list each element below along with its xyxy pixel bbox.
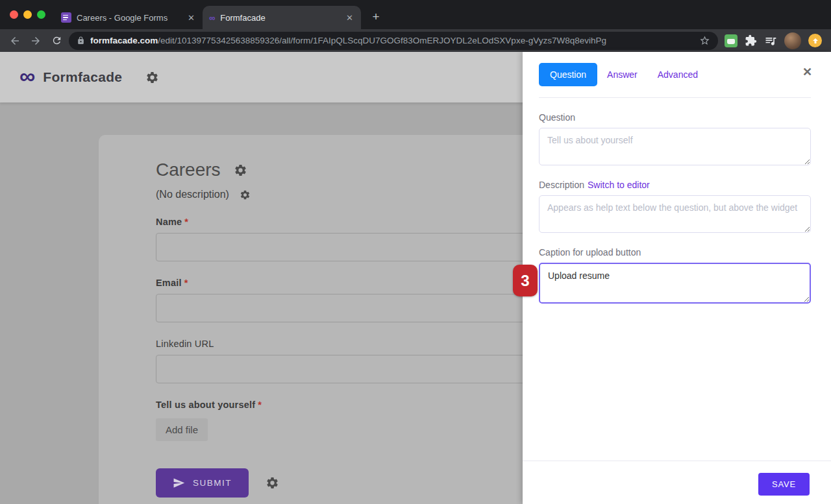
panel-footer: SAVE (523, 461, 831, 504)
question-label: Question (539, 112, 811, 123)
minimize-window-icon[interactable] (23, 10, 32, 19)
required-asterisk: * (258, 400, 262, 410)
extension-icon[interactable] (725, 34, 738, 47)
formfacade-favicon-icon: ∞ (209, 13, 215, 23)
form-description: (No description) (156, 189, 229, 200)
caption-label: Caption for upload button (539, 247, 811, 258)
bookmark-star-icon[interactable] (699, 35, 710, 46)
browser-update-icon[interactable] (808, 34, 822, 47)
tab-title: Careers - Google Forms (77, 13, 181, 23)
add-file-button[interactable]: Add file (156, 418, 208, 441)
field-label-text: Linkedin URL (156, 339, 214, 349)
required-asterisk: * (184, 278, 188, 288)
extensions-puzzle-icon[interactable] (745, 34, 757, 47)
tab-formfacade[interactable]: ∞ Formfacade ✕ (203, 6, 361, 29)
profile-avatar[interactable] (784, 32, 801, 49)
submit-settings-gear-icon[interactable] (266, 476, 279, 490)
required-asterisk: * (184, 217, 188, 227)
email-input[interactable] (156, 294, 552, 322)
tab-advanced[interactable]: Advanced (658, 69, 698, 80)
forward-button[interactable] (27, 32, 44, 49)
question-editor-panel: Question Answer Advanced ✕ Question Desc… (523, 52, 831, 504)
header-settings-gear-icon[interactable] (145, 71, 159, 84)
back-arrow-icon (9, 35, 21, 47)
formfacade-logo-icon: ∞ (19, 65, 35, 87)
send-icon (173, 477, 185, 489)
submit-button[interactable]: SUBMIT (156, 468, 249, 498)
caption-textarea[interactable]: Upload resume (539, 263, 811, 304)
close-tab-icon[interactable]: ✕ (345, 13, 354, 23)
panel-tabs: Question Answer Advanced ✕ (539, 52, 811, 86)
new-tab-button[interactable]: + (367, 8, 384, 25)
zoom-window-icon[interactable] (37, 10, 45, 19)
url-path: /edit/101397753425638859326/all/form/1FA… (158, 36, 606, 45)
description-label: Description (539, 180, 584, 190)
panel-content: Question Answer Advanced ✕ Question Desc… (523, 52, 831, 304)
field-label-text: Tell us about yourself (156, 400, 255, 410)
field-label-text: Email (156, 278, 182, 288)
tab-answer[interactable]: Answer (607, 69, 638, 80)
toolbar-extensions-area (722, 32, 825, 49)
close-panel-icon[interactable]: ✕ (802, 65, 812, 79)
submit-label: SUBMIT (193, 478, 232, 488)
browser-window: Careers - Google Forms ✕ ∞ Formfacade ✕ … (0, 0, 831, 504)
tab-question[interactable]: Question (539, 63, 597, 86)
name-input[interactable] (156, 233, 552, 261)
save-button[interactable]: SAVE (758, 473, 810, 496)
description-settings-gear-icon[interactable] (240, 189, 251, 200)
google-forms-icon (61, 12, 71, 23)
close-window-icon[interactable] (10, 10, 18, 19)
url-domain: formfacade.com (90, 36, 158, 45)
tab-title: Formfacade (220, 13, 340, 23)
lock-icon (77, 36, 85, 45)
description-label-row: DescriptionSwitch to editor (539, 180, 811, 190)
close-tab-icon[interactable]: ✕ (186, 13, 196, 23)
back-button[interactable] (6, 32, 23, 49)
divider (539, 97, 811, 98)
forward-arrow-icon (30, 35, 42, 47)
question-textarea[interactable] (539, 128, 811, 165)
browser-toolbar: formfacade.com/edit/10139775342563885932… (0, 29, 831, 52)
title-settings-gear-icon[interactable] (234, 163, 247, 177)
switch-to-editor-link[interactable]: Switch to editor (588, 180, 650, 190)
browser-tab-bar: Careers - Google Forms ✕ ∞ Formfacade ✕ … (0, 0, 831, 29)
description-textarea[interactable] (539, 195, 811, 233)
step-badge: 3 (513, 265, 538, 296)
form-title: Careers (156, 160, 221, 180)
url-text: formfacade.com/edit/10139775342563885932… (90, 36, 694, 45)
brand-name: Formfacade (43, 69, 122, 85)
field-label-text: Name (156, 217, 182, 227)
reload-button[interactable] (48, 32, 65, 49)
window-controls (10, 10, 45, 19)
caption-section: Caption for upload button Upload resume … (539, 247, 811, 304)
media-playlist-icon[interactable] (764, 34, 777, 47)
address-bar[interactable]: formfacade.com/edit/10139775342563885932… (69, 32, 718, 50)
reload-icon (51, 35, 62, 46)
linkedin-url-input[interactable] (156, 355, 552, 383)
tab-google-forms[interactable]: Careers - Google Forms ✕ (55, 6, 203, 29)
